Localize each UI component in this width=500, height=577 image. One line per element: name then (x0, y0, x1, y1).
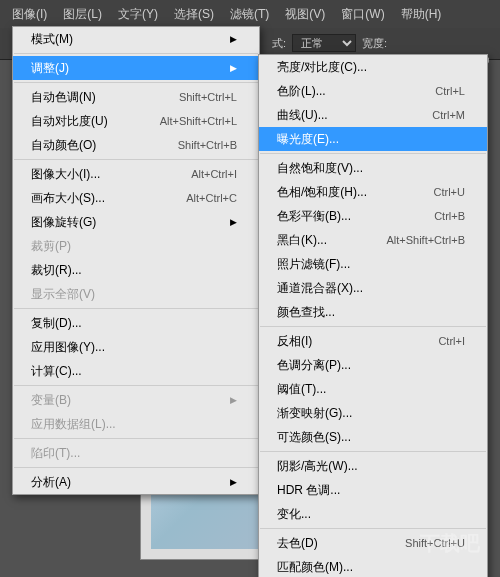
separator (260, 528, 486, 529)
menu-item-label: 图像旋转(G) (31, 214, 96, 231)
menu-item-label: 复制(D)... (31, 315, 82, 332)
menu-item-label: 计算(C)... (31, 363, 82, 380)
menu-item-label: 曲线(U)... (277, 107, 328, 124)
menubar-item[interactable]: 视图(V) (277, 6, 333, 23)
menu-item[interactable]: 计算(C)... (13, 359, 259, 383)
menu-item-label: 显示全部(V) (31, 286, 95, 303)
separator (14, 159, 258, 160)
separator (14, 308, 258, 309)
menu-item-shortcut: Alt+Ctrl+C (186, 192, 237, 204)
watermark: 下载吧 (420, 530, 480, 557)
menu-item-label: 通道混合器(X)... (277, 280, 363, 297)
menu-item[interactable]: 照片滤镜(F)... (259, 252, 487, 276)
menu-item[interactable]: 自动对比度(U)Alt+Shift+Ctrl+L (13, 109, 259, 133)
separator (14, 53, 258, 54)
menu-item-label: 应用数据组(L)... (31, 416, 116, 433)
menu-item[interactable]: 自然饱和度(V)... (259, 156, 487, 180)
menu-item[interactable]: 画布大小(S)...Alt+Ctrl+C (13, 186, 259, 210)
menubar-item[interactable]: 选择(S) (166, 6, 222, 23)
menu-item-label: 色相/饱和度(H)... (277, 184, 367, 201)
menu-item-label: 自动对比度(U) (31, 113, 108, 130)
menu-item[interactable]: 渐变映射(G)... (259, 401, 487, 425)
chevron-right-icon: ▶ (230, 63, 237, 73)
menu-item-shortcut: Ctrl+U (434, 186, 465, 198)
menu-item[interactable]: 阴影/高光(W)... (259, 454, 487, 478)
menu-item[interactable]: 调整(J)▶ (13, 56, 259, 80)
menu-image: 模式(M)▶调整(J)▶自动色调(N)Shift+Ctrl+L自动对比度(U)A… (12, 26, 260, 495)
menu-item-label: 阴影/高光(W)... (277, 458, 358, 475)
menu-item-label: 阈值(T)... (277, 381, 326, 398)
menu-item[interactable]: 色相/饱和度(H)...Ctrl+U (259, 180, 487, 204)
menu-item[interactable]: HDR 色调... (259, 478, 487, 502)
menu-item-shortcut: Ctrl+M (432, 109, 465, 121)
menu-item[interactable]: 匹配颜色(M)... (259, 555, 487, 577)
menu-item[interactable]: 应用图像(Y)... (13, 335, 259, 359)
menu-item-label: 应用图像(Y)... (31, 339, 105, 356)
menu-item: 应用数据组(L)... (13, 412, 259, 436)
menu-item-label: 色调分离(P)... (277, 357, 351, 374)
menu-item[interactable]: 曲线(U)...Ctrl+M (259, 103, 487, 127)
menu-item-label: 曝光度(E)... (277, 131, 339, 148)
menu-item: 显示全部(V) (13, 282, 259, 306)
menu-item[interactable]: 颜色查找... (259, 300, 487, 324)
menu-item-label: 色阶(L)... (277, 83, 326, 100)
separator (14, 467, 258, 468)
menu-item[interactable]: 通道混合器(X)... (259, 276, 487, 300)
menu-item-label: 色彩平衡(B)... (277, 208, 351, 225)
menu-item: 裁剪(P) (13, 234, 259, 258)
separator (14, 385, 258, 386)
menu-item[interactable]: 可选颜色(S)... (259, 425, 487, 449)
menu-item-shortcut: Alt+Ctrl+I (191, 168, 237, 180)
menu-item[interactable]: 变化... (259, 502, 487, 526)
menu-item: 变量(B)▶ (13, 388, 259, 412)
separator (260, 326, 486, 327)
menubar-item[interactable]: 文字(Y) (110, 6, 166, 23)
menubar-item[interactable]: 滤镜(T) (222, 6, 277, 23)
menu-item[interactable]: 模式(M)▶ (13, 27, 259, 51)
mode-select[interactable]: 正常 (292, 34, 356, 52)
menu-item[interactable]: 反相(I)Ctrl+I (259, 329, 487, 353)
menu-item[interactable]: 自动色调(N)Shift+Ctrl+L (13, 85, 259, 109)
menu-item-label: 自动色调(N) (31, 89, 96, 106)
menu-item-label: 可选颜色(S)... (277, 429, 351, 446)
menubar-item[interactable]: 图像(I) (4, 6, 55, 23)
menu-item-shortcut: Ctrl+B (434, 210, 465, 222)
menubar-item[interactable]: 帮助(H) (393, 6, 450, 23)
menu-item-label: 陷印(T)... (31, 445, 80, 462)
menu-item[interactable]: 色彩平衡(B)...Ctrl+B (259, 204, 487, 228)
menu-item-label: 去色(D) (277, 535, 318, 552)
menu-item[interactable]: 复制(D)... (13, 311, 259, 335)
menu-item[interactable]: 曝光度(E)... (259, 127, 487, 151)
chevron-right-icon: ▶ (230, 395, 237, 405)
menu-item-label: HDR 色调... (277, 482, 340, 499)
menu-item[interactable]: 色调分离(P)... (259, 353, 487, 377)
menu-item[interactable]: 色阶(L)...Ctrl+L (259, 79, 487, 103)
separator (260, 451, 486, 452)
menu-item-label: 分析(A) (31, 474, 71, 491)
menu-item[interactable]: 裁切(R)... (13, 258, 259, 282)
menu-item[interactable]: 自动颜色(O)Shift+Ctrl+B (13, 133, 259, 157)
menu-item[interactable]: 黑白(K)...Alt+Shift+Ctrl+B (259, 228, 487, 252)
menubar-item[interactable]: 图层(L) (55, 6, 110, 23)
menu-item-label: 模式(M) (31, 31, 73, 48)
menu-item-label: 照片滤镜(F)... (277, 256, 350, 273)
menu-item-label: 亮度/对比度(C)... (277, 59, 367, 76)
menu-item[interactable]: 图像旋转(G)▶ (13, 210, 259, 234)
chevron-right-icon: ▶ (230, 34, 237, 44)
menu-item[interactable]: 分析(A)▶ (13, 470, 259, 494)
menu-item-label: 自然饱和度(V)... (277, 160, 363, 177)
width-label: 宽度: (362, 36, 387, 51)
chevron-right-icon: ▶ (230, 217, 237, 227)
menu-item-label: 裁剪(P) (31, 238, 71, 255)
menubar-item[interactable]: 窗口(W) (333, 6, 392, 23)
menu-item[interactable]: 亮度/对比度(C)... (259, 55, 487, 79)
menu-item-label: 图像大小(I)... (31, 166, 100, 183)
mode-label: 式: (272, 36, 286, 51)
menu-item[interactable]: 图像大小(I)...Alt+Ctrl+I (13, 162, 259, 186)
submenu-adjustments: 亮度/对比度(C)...色阶(L)...Ctrl+L曲线(U)...Ctrl+M… (258, 54, 488, 577)
menu-item[interactable]: 阈值(T)... (259, 377, 487, 401)
menu-item-label: 黑白(K)... (277, 232, 327, 249)
chevron-right-icon: ▶ (230, 477, 237, 487)
menu-item-label: 变量(B) (31, 392, 71, 409)
separator (260, 153, 486, 154)
